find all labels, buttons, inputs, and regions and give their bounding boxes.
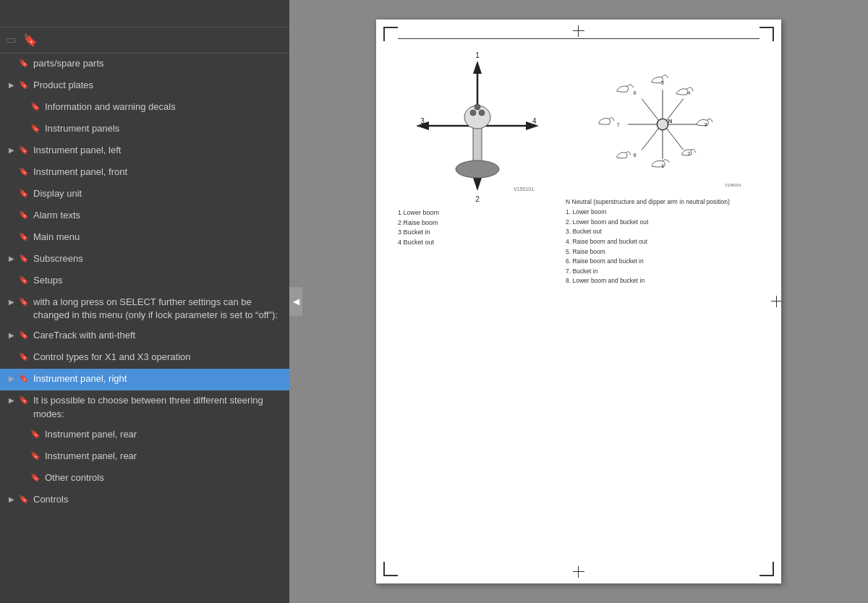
bookmark-item-12[interactable]: CareTrack with anti-theft xyxy=(0,325,289,347)
bookmark-item-15[interactable]: It is possible to choose between three d… xyxy=(0,390,289,424)
bookmarks-toolbar: 🔖 xyxy=(0,27,289,54)
chevron-icon-19 xyxy=(6,495,17,505)
lever-item-0: 1 Lower boom xyxy=(398,208,557,218)
positions-svg: 1 2 xyxy=(566,52,760,197)
bookmark-item-16[interactable]: Instrument panel, rear xyxy=(0,424,289,446)
pdf-panel: ◀ xyxy=(289,0,868,603)
bookmark-item-5[interactable]: Instrument panel, front xyxy=(0,162,289,184)
left-content: 1 3 4 2 xyxy=(398,46,557,523)
bookmark-item-13[interactable]: Control types for X1 and X3 operation xyxy=(0,347,289,369)
bookmark-item-7[interactable]: Alarm texts xyxy=(0,205,289,227)
bookmark-item-3[interactable]: Instrument panels xyxy=(0,119,289,140)
bookmark-item-6[interactable]: Display unit xyxy=(0,184,289,205)
bookmark-icon-5 xyxy=(17,166,30,177)
bookmark-label-12: CareTrack with anti-theft xyxy=(33,329,284,342)
bookmark-label-2: Information and warning decals xyxy=(45,100,284,114)
bookmark-icon-16 xyxy=(29,429,42,440)
bookmark-icon-11 xyxy=(17,296,30,307)
svg-line-22 xyxy=(667,129,684,150)
bookmark-label-10: Setups xyxy=(33,274,284,287)
svg-point-16 xyxy=(479,110,485,116)
lever-svg: 1 3 4 2 xyxy=(409,46,546,205)
cross-mark-bottom xyxy=(573,566,584,578)
bookmark-label-4: Instrument panel, left xyxy=(33,144,284,157)
svg-point-13 xyxy=(456,161,499,178)
bookmark-item-1[interactable]: Product plates xyxy=(0,75,289,97)
bookmark-label-13: Control types for X1 and X3 operation xyxy=(33,351,284,364)
bookmark-icon-19 xyxy=(17,494,30,505)
bookmark-label-15: It is possible to choose between three d… xyxy=(33,394,284,420)
position-item-4: 5. Raise boom xyxy=(566,247,760,257)
bookmarks-list[interactable]: parts/spare partsProduct platesInformati… xyxy=(0,54,289,603)
bookmark-icon-2 xyxy=(29,101,42,112)
chevron-icon-14 xyxy=(6,374,17,384)
bookmark-item-11[interactable]: with a long press on SELECT further sett… xyxy=(0,292,289,325)
bookmark-item-17[interactable]: Instrument panel, rear xyxy=(0,446,289,468)
bookmark-label-16: Instrument panel, rear xyxy=(45,428,284,441)
bookmark-icon-7 xyxy=(17,210,30,221)
bookmark-icon-13 xyxy=(17,351,30,362)
corner-mark-bl xyxy=(383,562,398,576)
bookmark-icon-10 xyxy=(17,275,30,286)
svg-text:8: 8 xyxy=(634,152,637,158)
bookmark-item-14[interactable]: Instrument panel, right xyxy=(0,369,289,390)
content-area: 1 3 4 2 xyxy=(398,46,760,523)
position-item-6: 7. Bucket in xyxy=(566,267,760,277)
bookmark-label-14: Instrument panel, right xyxy=(33,372,284,385)
bookmark-label-19: Controls xyxy=(33,493,284,506)
corner-mark-tr xyxy=(760,27,774,41)
bookmark-add-button[interactable]: 🔖 xyxy=(19,32,42,48)
bookmark-icon-4 xyxy=(17,145,30,155)
bookmark-label-7: Alarm texts xyxy=(33,209,284,222)
bookmark-icon-18 xyxy=(29,472,42,483)
position-item-2: 3. Bucket out xyxy=(566,227,760,237)
neutral-label: N Neutral (superstructure and dipper arm… xyxy=(566,197,760,208)
bookmark-icon-14 xyxy=(17,373,30,384)
bookmark-item-8[interactable]: Main menu xyxy=(0,227,289,249)
cross-mark-top xyxy=(573,25,584,37)
svg-text:1: 1 xyxy=(475,51,480,59)
svg-text:N: N xyxy=(668,118,673,124)
svg-line-30 xyxy=(642,99,658,121)
page-back-button[interactable]: ◀ xyxy=(289,287,302,316)
svg-text:2: 2 xyxy=(475,195,480,203)
bookmark-icon-8 xyxy=(17,231,30,242)
chevron-icon-15 xyxy=(6,395,17,406)
lever-item-3: 4 Bucket out xyxy=(398,238,557,248)
svg-text:3: 3 xyxy=(704,121,707,128)
bookmark-icon-0 xyxy=(17,58,30,69)
position-item-7: 8. Lower boom and bucket in xyxy=(566,276,760,286)
position-item-1: 2. Lower boom and bucket out xyxy=(566,218,760,228)
position-item-5: 6. Raise boom and bucket in xyxy=(566,257,760,267)
bookmark-label-1: Product plates xyxy=(33,79,284,92)
bookmark-label-17: Instrument panel, rear xyxy=(45,450,284,463)
bookmark-item-2[interactable]: Information and warning decals xyxy=(0,97,289,119)
svg-point-19 xyxy=(657,119,668,129)
bookmark-item-19[interactable]: Controls xyxy=(0,489,289,511)
positions-diagram: 1 2 xyxy=(566,52,760,197)
bookmarks-header xyxy=(0,0,289,27)
bookmark-item-4[interactable]: Instrument panel, left xyxy=(0,140,289,162)
bookmark-item-18[interactable]: Other controls xyxy=(0,468,289,489)
svg-text:V150101: V150101 xyxy=(514,187,534,192)
lever-items-list: 1 Lower boom2 Raise boom3 Bucket in4 Buc… xyxy=(398,208,557,247)
bookmark-item-9[interactable]: Subscreens xyxy=(0,249,289,270)
pdf-page: 1 3 4 2 xyxy=(376,20,781,583)
bookmark-icon-15 xyxy=(17,395,30,406)
bookmark-item-0[interactable]: parts/spare parts xyxy=(0,54,289,75)
chevron-icon-11 xyxy=(6,297,17,307)
position-item-0: 1. Lower boom xyxy=(566,208,760,218)
bookmark-item-10[interactable]: Setups xyxy=(0,270,289,292)
chevron-icon-12 xyxy=(6,330,17,341)
positions-list: N Neutral (superstructure and dipper arm… xyxy=(566,197,760,286)
view-options-button[interactable] xyxy=(6,38,16,43)
svg-text:6: 6 xyxy=(634,90,637,96)
lever-item-1: 2 Raise boom xyxy=(398,218,557,228)
cross-mark-right xyxy=(771,296,781,307)
svg-marker-3 xyxy=(473,178,482,191)
bookmark-icon-1 xyxy=(17,80,30,90)
svg-text:4: 4 xyxy=(532,117,537,125)
svg-text:V188001: V188001 xyxy=(725,183,741,187)
bookmark-icon-3 xyxy=(29,123,42,134)
svg-line-34 xyxy=(642,129,658,150)
